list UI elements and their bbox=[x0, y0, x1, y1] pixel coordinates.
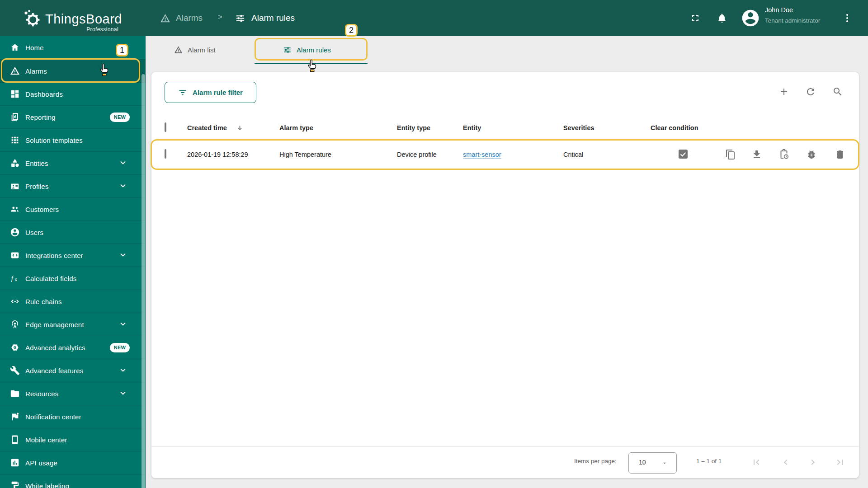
sidebar-item-label: Calculated fields bbox=[25, 267, 76, 290]
table-row[interactable]: 2026-01-19 12:58:29 High Temperature Dev… bbox=[151, 139, 859, 170]
download-icon[interactable] bbox=[751, 149, 762, 160]
created-time-cell: 2026-01-19 12:58:29 bbox=[187, 139, 248, 170]
sidebar-item-label: Advanced features bbox=[25, 359, 83, 382]
tune-icon bbox=[283, 46, 292, 54]
sidebar-item-integrations-center[interactable]: Integrations center bbox=[0, 244, 146, 267]
breadcrumb-parent[interactable]: Alarms bbox=[176, 13, 203, 23]
select-all-checkbox[interactable] bbox=[165, 123, 166, 131]
new-badge: NEW bbox=[110, 113, 130, 122]
alarm-type-cell: High Temperature bbox=[279, 139, 331, 170]
sidebar-item-label: Resources bbox=[25, 382, 59, 405]
breadcrumb-alarms-icon bbox=[160, 13, 170, 23]
delete-trash-icon[interactable] bbox=[835, 149, 845, 160]
pagination-divider bbox=[151, 446, 859, 447]
sidebar-nav: Home Alarms Dashboards Reporting NEW Sol… bbox=[0, 36, 146, 488]
tab-alarm-list[interactable]: Alarm list bbox=[174, 36, 216, 63]
row-checkbox[interactable] bbox=[165, 150, 166, 158]
add-icon[interactable] bbox=[778, 86, 789, 97]
sidebar-item-label: Users bbox=[25, 221, 43, 244]
paint-icon bbox=[10, 481, 20, 488]
clear-condition-checkbox[interactable] bbox=[679, 150, 688, 159]
integration-icon bbox=[10, 250, 20, 260]
chevron-down-icon bbox=[120, 391, 126, 395]
folder-icon bbox=[10, 389, 20, 399]
sidebar-item-white-labeling[interactable]: White labeling bbox=[0, 474, 146, 488]
refresh-icon[interactable] bbox=[805, 86, 816, 97]
sidebar-item-notification-center[interactable]: Notification center bbox=[0, 405, 146, 428]
fullscreen-icon[interactable] bbox=[690, 13, 701, 23]
sidebar-item-users[interactable]: Users bbox=[0, 221, 146, 244]
warning-icon bbox=[10, 66, 20, 76]
sort-descending-icon[interactable] bbox=[236, 125, 243, 131]
user-role: Tenant administrator bbox=[765, 17, 820, 24]
chevron-down-icon bbox=[120, 253, 126, 257]
sidebar-item-calculated-fields[interactable]: fx Calculated fields bbox=[0, 267, 146, 290]
dashboard-icon bbox=[10, 89, 20, 99]
sidebar-item-resources[interactable]: Resources bbox=[0, 382, 146, 405]
copy-icon[interactable] bbox=[725, 149, 736, 160]
sidebar-item-solution-templates[interactable]: Solution templates bbox=[0, 128, 146, 152]
badge-icon bbox=[10, 181, 20, 191]
analytics-icon bbox=[10, 343, 20, 352]
sidebar-item-entities[interactable]: Entities bbox=[0, 151, 146, 175]
sidebar-item-api-usage[interactable]: API usage bbox=[0, 451, 146, 474]
column-header-created-time[interactable]: Created time bbox=[187, 119, 227, 137]
column-header-entity-type[interactable]: Entity type bbox=[397, 119, 430, 137]
report-icon bbox=[10, 112, 20, 122]
sidebar-item-profiles[interactable]: Profiles bbox=[0, 174, 146, 198]
tab-label: Alarm list bbox=[188, 46, 216, 54]
sidebar-item-advanced-analytics[interactable]: Advanced analytics NEW bbox=[0, 336, 146, 359]
notifications-bell-icon[interactable] bbox=[717, 13, 727, 23]
alarm-rule-filter-button[interactable]: Alarm rule filter bbox=[165, 82, 256, 103]
sidebar-item-mobile-center[interactable]: Mobile center bbox=[0, 428, 146, 451]
sidebar-item-customers[interactable]: Customers bbox=[0, 197, 146, 221]
sidebar-item-label: Alarms bbox=[25, 60, 47, 83]
fx-icon: fx bbox=[10, 273, 20, 283]
sidebar-item-label: Rule chains bbox=[25, 290, 62, 313]
svg-text:x: x bbox=[15, 277, 18, 282]
items-per-page-value: 10 bbox=[639, 459, 646, 466]
entity-link[interactable]: smart-sensor bbox=[463, 151, 501, 159]
sidebar-item-reporting[interactable]: Reporting NEW bbox=[0, 105, 146, 129]
kebab-menu-icon[interactable] bbox=[842, 13, 853, 23]
chevron-down-icon bbox=[120, 322, 126, 326]
bug-debug-icon[interactable] bbox=[806, 149, 817, 160]
breadcrumb-current: Alarm rules bbox=[251, 13, 295, 23]
column-header-alarm-type[interactable]: Alarm type bbox=[279, 119, 313, 137]
sidebar-item-label: Solution templates bbox=[25, 129, 83, 152]
previous-page-icon[interactable] bbox=[780, 457, 791, 468]
chevron-down-icon bbox=[120, 368, 126, 372]
last-page-icon[interactable] bbox=[835, 457, 845, 468]
column-header-entity[interactable]: Entity bbox=[463, 119, 481, 137]
filter-button-label: Alarm rule filter bbox=[193, 89, 243, 96]
filter-icon bbox=[178, 88, 187, 97]
sidebar-item-alarms[interactable]: Alarms bbox=[0, 59, 146, 83]
column-header-severities[interactable]: Severities bbox=[563, 119, 594, 137]
person-icon bbox=[10, 227, 20, 237]
phone-icon bbox=[10, 435, 20, 445]
sidebar-item-label: Notification center bbox=[25, 405, 81, 428]
tools-icon bbox=[10, 366, 20, 375]
sidebar-item-advanced-features[interactable]: Advanced features bbox=[0, 359, 146, 382]
cursor-hand-icon bbox=[307, 59, 318, 73]
sidebar-item-label: Profiles bbox=[25, 175, 49, 198]
sidebar-item-dashboards[interactable]: Dashboards bbox=[0, 82, 146, 106]
sidebar-item-rule-chains[interactable]: Rule chains bbox=[0, 290, 146, 313]
search-icon[interactable] bbox=[832, 86, 843, 97]
breadcrumb-separator: > bbox=[218, 13, 222, 22]
next-page-icon[interactable] bbox=[807, 457, 818, 468]
sidebar-item-label: Mobile center bbox=[25, 428, 67, 451]
schedule-clipboard-icon[interactable] bbox=[778, 149, 789, 160]
people-icon bbox=[10, 204, 20, 214]
sidebar-item-label: API usage bbox=[25, 451, 57, 474]
avatar[interactable] bbox=[741, 8, 760, 28]
first-page-icon[interactable] bbox=[751, 457, 762, 468]
flag-icon bbox=[10, 412, 20, 422]
pagination-range: 1 – 1 of 1 bbox=[696, 458, 722, 465]
logo-subtitle: Professional bbox=[45, 26, 118, 33]
sidebar-item-edge-management[interactable]: Edge management bbox=[0, 313, 146, 336]
items-per-page-select[interactable]: 10 bbox=[628, 452, 677, 474]
sidebar-scrollbar[interactable] bbox=[142, 74, 145, 488]
column-header-clear-condition[interactable]: Clear condition bbox=[651, 119, 698, 137]
new-badge: NEW bbox=[110, 343, 130, 352]
